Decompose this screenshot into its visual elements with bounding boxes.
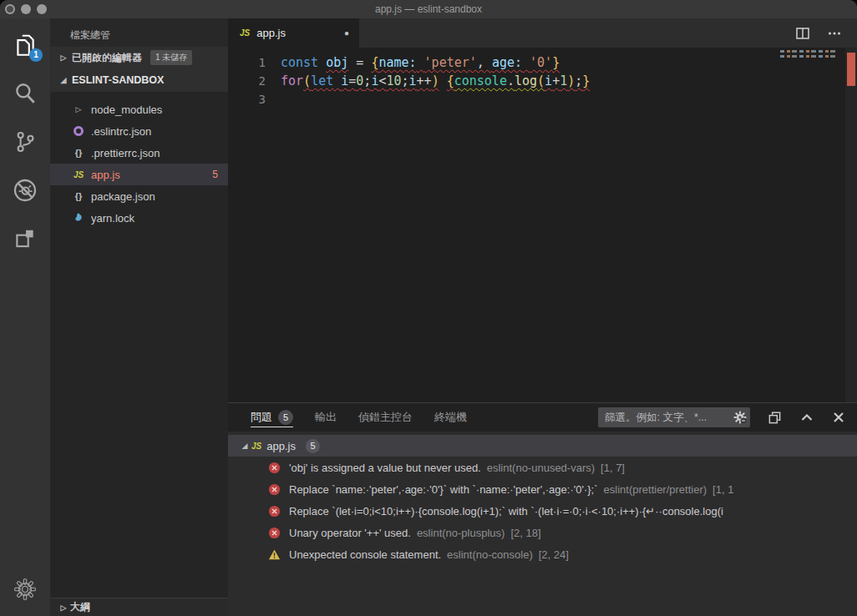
unsaved-count-badge: 1 未儲存 [150,50,192,65]
panel-tab-輸出[interactable]: 輸出 [315,403,337,432]
code-text: const obj = {name: 'peter', age: '0'} [281,53,560,72]
file-tree: ▷ node_modules .eslintrc.json {} .pretti… [50,98,228,229]
outline-label: 大綱 [70,600,90,614]
error-icon [268,462,281,474]
tab-label: app.js [256,27,286,39]
close-panel-icon[interactable] [832,411,845,424]
collapse-all-icon[interactable] [768,411,782,425]
split-editor-icon[interactable] [795,26,810,41]
file-name: package.json [91,190,218,203]
file-tree-item[interactable]: .eslintrc.json [50,120,228,142]
code-token: let [311,73,333,88]
activity-bar: 1 [0,18,50,616]
error-icon [268,505,281,518]
outline-section-header[interactable]: ▷ 大綱 [50,598,228,616]
maximize-panel-chevron-icon[interactable] [799,410,814,425]
vscode-window: app.js — eslint-sandbox 1 [0,0,857,616]
explorer-sidebar: 檔案總管 ▷ 已開啟的編輯器 1 未儲存 ◢ ESLINT-SANDBOX ▷ … [50,18,228,616]
file-name: .eslintrc.json [91,125,218,138]
code-token: '0' [530,55,552,70]
file-tree-item[interactable]: {} package.json [50,185,228,207]
file-name: yarn.lock [91,212,218,225]
panel-tab-label: 終端機 [434,410,467,425]
code-line: 1 const obj = {name: 'peter', age: '0'} [228,53,857,72]
line-number: 1 [228,53,278,72]
warning-icon [268,548,281,561]
line-number: 3 [228,90,278,109]
workbench: 1 [0,18,857,616]
panel-tab-偵錯主控台[interactable]: 偵錯主控台 [358,403,413,432]
panel-tab-label: 問題 [251,410,272,425]
chevron-expanded-icon: ◢ [238,442,251,450]
panel-actions [598,407,857,427]
code-token: ) [567,73,575,88]
problem-row[interactable]: Unary operator '++' used. eslint(no-plus… [228,522,857,543]
code-token: ++ [417,73,432,88]
problem-row[interactable]: 'obj' is assigned a value but never used… [228,457,857,478]
code-text: for(let i=0;i<10;i++) {console.log(i+1);… [281,72,590,90]
json-file-icon: {} [75,191,83,201]
settings-gear-icon[interactable] [5,571,45,608]
minimize-window-button[interactable] [21,4,31,14]
search-icon[interactable] [5,75,45,112]
panel-tab-badge: 5 [278,410,293,425]
code-token [439,73,447,88]
code-line: 2 for(let i=0;i<10;i++) {console.log(i+1… [228,72,857,90]
panel-tab-bar: 問題 5 輸出 偵錯主控台 終端機 [228,403,857,432]
js-file-icon: JS [74,170,84,179]
source-control-icon[interactable] [5,124,45,160]
code-token: ; [575,73,582,88]
open-editors-header[interactable]: ▷ 已開啟的編輯器 1 未儲存 [50,47,228,68]
problem-message: Unexpected console statement. [289,548,441,561]
code-token: age: [492,55,522,70]
problem-source: eslint(no-console) [447,548,533,561]
problems-file-group[interactable]: ◢ JS app.js 5 [228,435,857,457]
tab-app-js[interactable]: JS app.js ● [228,18,359,48]
problem-position: [1, 1 [712,483,733,496]
problem-source: eslint(prettier/prettier) [604,483,707,496]
panel-tab-label: 偵錯主控台 [358,410,413,425]
code-editor[interactable]: 1 const obj = {name: 'peter', age: '0'} … [228,48,857,402]
problem-row[interactable]: Replace `(let·i=0;i<10;i++)·{console.log… [228,500,857,522]
panel-tab-問題[interactable]: 問題 5 [251,403,293,432]
file-tree-item[interactable]: ▷ node_modules [50,98,228,120]
editor-area: JS app.js ● 1 const obj = {name: 'peter'… [228,18,857,616]
panel-tab-終端機[interactable]: 終端機 [434,403,467,432]
filter-gear-icon[interactable] [733,411,747,424]
explorer-icon[interactable]: 1 [5,27,45,63]
problem-row[interactable]: Replace `name:·'peter',·age:·'0'}` with … [228,478,857,500]
modified-dot-icon[interactable]: ● [344,28,349,38]
code-token [417,55,424,70]
debug-disabled-icon[interactable] [5,172,45,209]
chevron-collapsed-icon: ▷ [72,105,85,114]
minimap[interactable] [780,50,835,60]
problems-filter [598,407,750,427]
zoom-window-button[interactable] [37,4,47,14]
chevron-collapsed-icon: ▷ [57,53,70,62]
file-tree-item[interactable]: yarn.lock [50,207,228,229]
problem-source: eslint(no-plusplus) [417,527,505,539]
code-token: for [281,73,303,88]
window-title: app.js — eslint-sandbox [0,0,857,18]
code-token: i [545,73,552,88]
code-token: 0 [356,73,363,88]
root-folder-header[interactable]: ◢ ESLINT-SANDBOX [50,68,228,92]
more-actions-icon[interactable] [827,26,842,41]
extensions-icon[interactable] [5,220,45,257]
title-bar: app.js — eslint-sandbox [0,0,857,18]
problems-filter-input[interactable] [598,407,750,427]
problem-position: [2, 18] [510,527,540,539]
code-token: log [515,73,537,88]
overview-ruler[interactable] [845,48,857,402]
file-tree-item[interactable]: JS app.js 5 [50,164,228,185]
code-token: ( [303,73,311,88]
close-window-button[interactable] [5,4,15,14]
file-tree-item[interactable]: {} .prettierrc.json [50,142,228,164]
yarn-file-icon [73,212,84,224]
bottom-panel: 問題 5 輸出 偵錯主控台 終端機 [228,402,857,616]
code-token: 1 [560,73,567,88]
editor-tab-bar: JS app.js ● [228,18,857,48]
problem-row[interactable]: Unexpected console statement. eslint(no-… [228,543,857,565]
problem-message: Replace `(let·i=0;i<10;i++)·{console.log… [289,505,723,518]
code-token: } [552,55,560,70]
